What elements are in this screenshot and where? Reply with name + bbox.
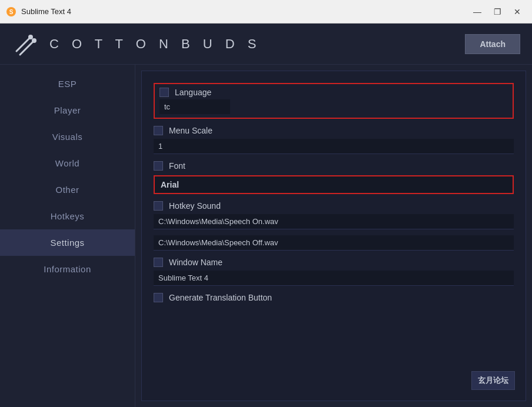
svg-point-5 [32, 38, 36, 43]
language-checkbox[interactable] [159, 88, 169, 97]
language-row: Language [154, 83, 514, 119]
font-row: Font [154, 161, 514, 194]
header: C O T T O N B U D S Attach [0, 24, 532, 65]
watermark: 玄月论坛 [471, 371, 515, 390]
sidebar-item-visuals[interactable]: Visuals [0, 124, 135, 150]
menu-scale-label: Menu Scale [169, 126, 212, 135]
sidebar-item-hotkeys[interactable]: Hotkeys [0, 203, 135, 229]
generate-translation-row: Generate Translation Button [154, 293, 514, 302]
svg-point-3 [28, 35, 33, 39]
sidebar-item-world[interactable]: World [0, 150, 135, 176]
svg-line-2 [16, 37, 31, 51]
maximize-button[interactable]: ❐ [488, 5, 506, 19]
title-bar-controls: — ❐ ✕ [468, 5, 526, 19]
close-button[interactable]: ✕ [508, 5, 526, 19]
generate-translation-label: Generate Translation Button [169, 293, 272, 302]
settings-section: Language Menu Scale [154, 83, 514, 302]
hotkey-sound-label: Hotkey Sound [169, 201, 221, 211]
app-body: C O T T O N B U D S Attach ESP Player Vi… [0, 24, 532, 407]
font-input[interactable] [158, 179, 229, 191]
font-checkbox[interactable] [154, 161, 163, 171]
main-content: ESP Player Visuals World Other Hotkeys S… [0, 65, 532, 407]
svg-line-4 [20, 41, 34, 55]
hotkey-sound-off-input[interactable] [154, 235, 514, 251]
language-label-row: Language [159, 88, 508, 97]
generate-translation-checkbox[interactable] [154, 293, 163, 302]
window-name-label: Window Name [169, 258, 222, 267]
menu-scale-input[interactable] [154, 139, 514, 154]
language-label: Language [175, 88, 211, 97]
menu-scale-checkbox[interactable] [154, 126, 163, 135]
app-icon: S [6, 6, 16, 17]
sidebar-item-settings[interactable]: Settings [0, 229, 135, 256]
window-name-checkbox[interactable] [154, 258, 163, 267]
app-title: C O T T O N B U D S [49, 36, 261, 52]
sidebar-item-esp[interactable]: ESP [0, 71, 135, 97]
attach-button[interactable]: Attach [465, 34, 520, 54]
hotkey-sound-row: Hotkey Sound [154, 201, 514, 251]
window-name-row: Window Name [154, 258, 514, 286]
svg-text:S: S [9, 9, 14, 15]
title-bar: S Sublime Text 4 — ❐ ✕ [0, 0, 532, 24]
sidebar: ESP Player Visuals World Other Hotkeys S… [0, 65, 135, 407]
sidebar-item-other[interactable]: Other [0, 176, 135, 203]
logo-icon [12, 30, 40, 58]
language-input[interactable] [159, 99, 230, 114]
content-panel: Language Menu Scale [141, 71, 526, 401]
sidebar-item-information[interactable]: Information [0, 256, 135, 282]
header-left: C O T T O N B U D S [12, 30, 261, 58]
hotkey-sound-checkbox[interactable] [154, 201, 163, 211]
font-label: Font [169, 161, 185, 171]
hotkey-sound-on-input[interactable] [154, 214, 514, 229]
sidebar-item-player[interactable]: Player [0, 97, 135, 124]
window-name-input[interactable] [154, 271, 514, 286]
window-title: Sublime Text 4 [21, 7, 71, 16]
menu-scale-row: Menu Scale [154, 126, 514, 154]
minimize-button[interactable]: — [468, 5, 486, 19]
title-bar-left: S Sublime Text 4 [6, 6, 71, 17]
